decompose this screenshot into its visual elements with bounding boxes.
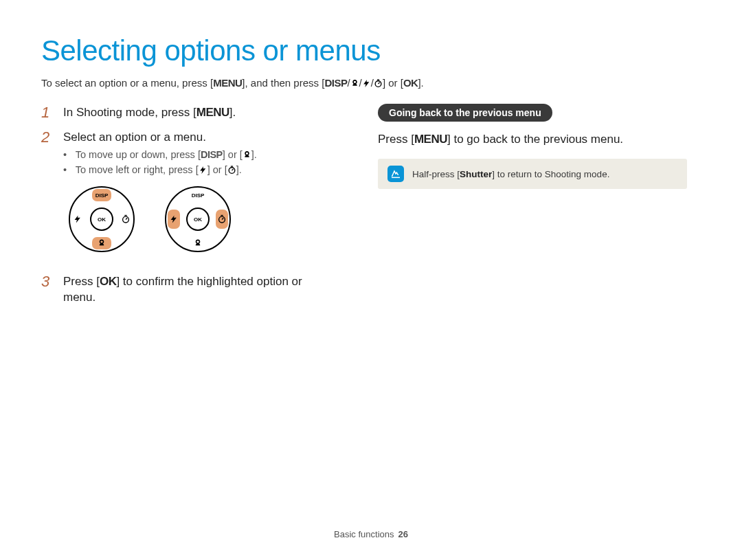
bullet-text: To move up or down, press [ <box>76 149 201 160</box>
menu-label: MENU <box>213 77 242 89</box>
dial-vertical-icon: DISP OK <box>67 185 136 254</box>
page-footer: Basic functions26 <box>0 529 742 539</box>
step-text: Press [OK] to confirm the highlighted op… <box>63 273 337 306</box>
intro-text: ], and then press [ <box>242 77 324 89</box>
bullet-text: ]. <box>236 164 242 175</box>
macro-icon <box>350 79 359 88</box>
body-text-part: ] to go back to the previous menu. <box>447 133 623 146</box>
list-item: To move left or right, press [] or []. <box>73 164 257 177</box>
step-1: 1 In Shooting mode, press [MENU]. <box>41 104 337 122</box>
timer-icon <box>227 166 236 175</box>
step-text-part: ]. <box>229 106 236 119</box>
dial-horizontal-icon: DISP OK <box>164 185 232 254</box>
step-text: In Shooting mode, press [MENU]. <box>63 104 236 122</box>
step-text-part: Select an option or a menu. <box>63 131 206 144</box>
step-2: 2 Select an option or a menu. To move up… <box>41 128 337 266</box>
step-3: 3 Press [OK] to confirm the highlighted … <box>41 273 337 306</box>
macro-icon <box>243 150 251 159</box>
ok-label: OK <box>194 216 202 223</box>
intro-text: ]. <box>418 77 423 89</box>
step-number: 3 <box>41 273 54 306</box>
svg-point-0 <box>375 81 381 87</box>
intro-text: ] or [ <box>383 77 403 89</box>
menu-label: MENU <box>196 106 229 119</box>
section-heading-pill: Going back to the previous menu <box>378 104 552 122</box>
sub-bullet-list: To move up or down, press [DISP] or []. … <box>63 148 257 177</box>
dial-illustrations: DISP OK <box>63 185 257 254</box>
note-text-part: ] to return to Shooting mode. <box>492 169 609 179</box>
step-text-part: In Shooting mode, press [ <box>63 106 196 119</box>
step-number: 2 <box>41 128 54 266</box>
manual-page: Selecting options or menus To select an … <box>0 0 742 560</box>
intro-line: To select an option or a menu, press [ME… <box>41 77 701 89</box>
ok-label: OK <box>100 275 117 288</box>
intro-text: To select an option or a menu, press [ <box>41 77 213 89</box>
note-text-part: Half-press [ <box>412 169 460 179</box>
svg-line-1 <box>378 82 379 84</box>
timer-icon <box>374 79 383 88</box>
right-column: Going back to the previous menu Press [M… <box>378 104 687 313</box>
note-icon <box>387 166 404 182</box>
ok-label: OK <box>98 216 106 223</box>
step-text-part: Press [ <box>63 275 100 288</box>
bullet-text: ] or [ <box>207 164 227 175</box>
bullet-text: ]. <box>251 149 257 160</box>
bullet-text: To move left or right, press [ <box>76 164 199 175</box>
ok-label: OK <box>403 77 418 89</box>
page-number: 26 <box>398 529 407 539</box>
step-number: 1 <box>41 104 54 122</box>
disp-label: DISP <box>95 192 109 199</box>
two-column-layout: 1 In Shooting mode, press [MENU]. 2 Sele… <box>41 104 701 313</box>
note-box: Half-press [Shutter] to return to Shooti… <box>378 159 687 189</box>
flash-icon <box>199 166 207 175</box>
body-text-part: Press [ <box>378 133 414 146</box>
step-text: Select an option or a menu. To move up o… <box>63 128 257 266</box>
disp-label: DISP <box>324 77 347 89</box>
menu-label: MENU <box>414 133 447 146</box>
page-title: Selecting options or menus <box>41 34 701 67</box>
left-column: 1 In Shooting mode, press [MENU]. 2 Sele… <box>41 104 337 313</box>
shutter-label: Shutter <box>460 169 492 179</box>
right-body-text: Press [MENU] to go back to the previous … <box>378 133 687 146</box>
disp-label: DISP <box>192 192 205 199</box>
note-text: Half-press [Shutter] to return to Shooti… <box>412 169 609 179</box>
bullet-text: ] or [ <box>223 149 243 160</box>
disp-label: DISP <box>201 149 223 160</box>
footer-section: Basic functions <box>334 529 394 539</box>
flash-icon <box>362 79 371 88</box>
svg-line-4 <box>232 169 233 170</box>
list-item: To move up or down, press [DISP] or []. <box>73 148 257 162</box>
